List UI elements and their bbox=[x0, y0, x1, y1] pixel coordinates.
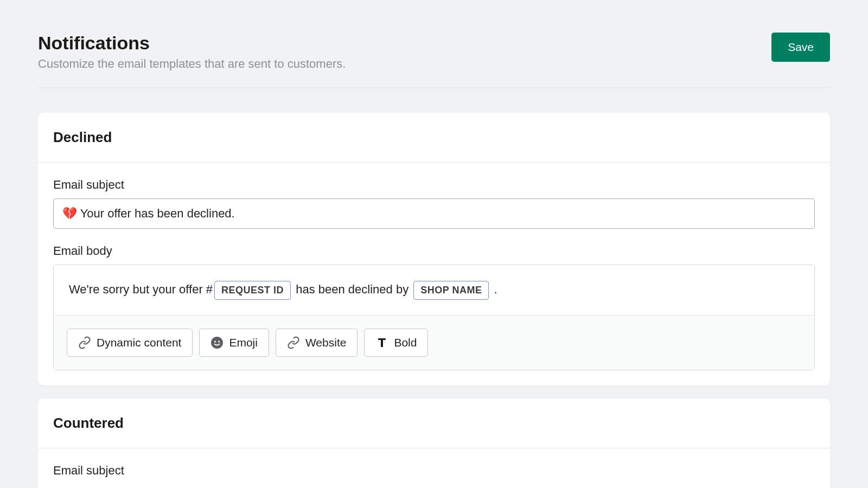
card-title-declined: Declined bbox=[53, 129, 815, 146]
link-icon bbox=[78, 336, 91, 349]
email-subject-input[interactable] bbox=[53, 198, 815, 229]
token-shop-name[interactable]: SHOP NAME bbox=[413, 281, 489, 300]
email-body-label: Email body bbox=[53, 244, 815, 258]
website-label: Website bbox=[305, 336, 346, 349]
emoji-label: Emoji bbox=[229, 336, 258, 349]
body-text-mid: has been declined by bbox=[292, 282, 412, 296]
bold-label: Bold bbox=[394, 336, 417, 349]
svg-point-2 bbox=[218, 341, 220, 342]
template-card-countered: Countered Email subject bbox=[38, 399, 830, 488]
page-header: Notifications Customize the email templa… bbox=[38, 0, 830, 88]
body-text-post: . bbox=[490, 282, 497, 296]
emoji-button[interactable]: Emoji bbox=[199, 329, 269, 357]
bold-button[interactable]: Bold bbox=[364, 329, 428, 357]
bold-text-icon bbox=[375, 336, 388, 349]
save-button[interactable]: Save bbox=[771, 33, 830, 62]
editor-toolbar: Dynamic content Emoji bbox=[54, 315, 814, 370]
chain-icon bbox=[287, 336, 300, 349]
dynamic-content-label: Dynamic content bbox=[97, 336, 181, 349]
token-request-id[interactable]: REQUEST ID bbox=[214, 281, 291, 300]
website-button[interactable]: Website bbox=[276, 329, 358, 357]
emoji-icon bbox=[210, 336, 224, 349]
svg-point-0 bbox=[211, 337, 223, 349]
email-body-editor: We're sorry but your offer #REQUEST ID h… bbox=[53, 265, 815, 370]
email-subject-label: Email subject bbox=[53, 178, 815, 192]
body-text-pre: We're sorry but your offer # bbox=[69, 282, 213, 296]
email-body-content[interactable]: We're sorry but your offer #REQUEST ID h… bbox=[54, 265, 814, 315]
template-card-declined: Declined Email subject Email body We're … bbox=[38, 113, 830, 386]
svg-point-1 bbox=[214, 341, 216, 342]
dynamic-content-button[interactable]: Dynamic content bbox=[67, 329, 193, 357]
page-subtitle: Customize the email templates that are s… bbox=[38, 57, 771, 71]
card-title-countered: Countered bbox=[53, 415, 815, 432]
email-subject-label-countered: Email subject bbox=[53, 464, 815, 478]
page-title: Notifications bbox=[38, 33, 771, 54]
